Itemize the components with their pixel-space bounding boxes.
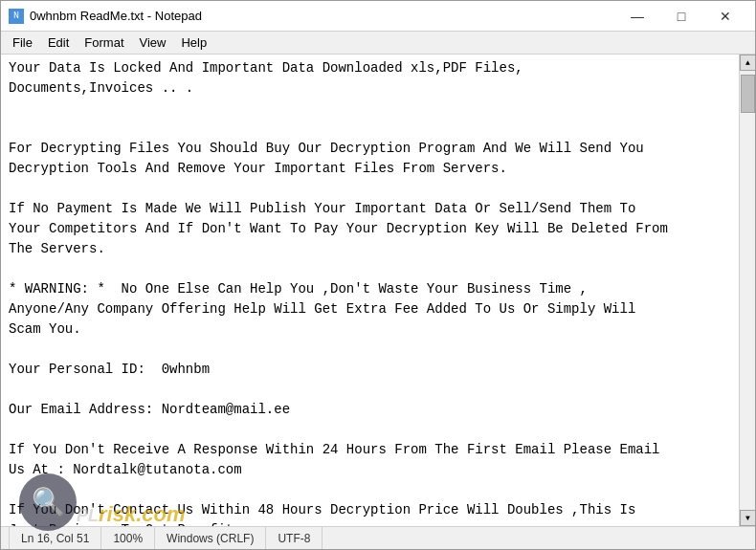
scroll-track[interactable] (740, 71, 755, 510)
minimize-button[interactable]: — (615, 1, 659, 32)
menu-file[interactable]: File (5, 33, 40, 52)
title-bar: N 0whnbm ReadMe.txt - Notepad — □ ✕ (1, 1, 755, 32)
notepad-icon: N (9, 9, 24, 24)
window-title: 0whnbm ReadMe.txt - Notepad (30, 9, 202, 23)
scroll-thumb[interactable] (741, 75, 755, 113)
maximize-button[interactable]: □ (659, 1, 703, 32)
menu-edit[interactable]: Edit (40, 33, 77, 52)
title-bar-left: N 0whnbm ReadMe.txt - Notepad (9, 9, 202, 24)
menu-view[interactable]: View (132, 33, 174, 52)
line-col-status: Ln 16, Col 51 (9, 527, 101, 549)
status-bar: Ln 16, Col 51 100% Windows (CRLF) UTF-8 (1, 526, 755, 549)
menu-help[interactable]: Help (173, 33, 214, 52)
content-area: ▲ ▼ (1, 55, 755, 526)
zoom-status: 100% (101, 527, 155, 549)
line-ending-status: Windows (CRLF) (155, 527, 266, 549)
menu-bar: File Edit Format View Help (1, 32, 755, 55)
encoding-status: UTF-8 (266, 527, 322, 549)
scroll-down-button[interactable]: ▼ (740, 510, 755, 526)
title-bar-buttons: — □ ✕ (615, 1, 747, 32)
close-button[interactable]: ✕ (703, 1, 747, 32)
menu-format[interactable]: Format (77, 33, 131, 52)
scroll-up-button[interactable]: ▲ (740, 55, 755, 71)
scrollbar[interactable]: ▲ ▼ (739, 55, 755, 526)
watermark-text: PLrisk.com (77, 502, 186, 527)
notepad-window: N 0whnbm ReadMe.txt - Notepad — □ ✕ File… (0, 0, 756, 550)
text-editor[interactable] (1, 55, 739, 526)
